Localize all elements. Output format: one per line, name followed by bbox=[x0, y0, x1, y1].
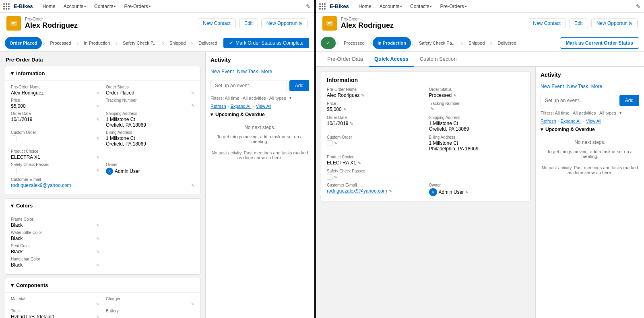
contacts-chevron-icon-right: ▾ bbox=[430, 4, 432, 8]
preorders-chevron-icon-right: ▾ bbox=[465, 4, 467, 8]
new-task-btn-right[interactable]: New Task bbox=[567, 82, 588, 91]
edit-order-status-icon[interactable]: ✎ bbox=[191, 91, 194, 95]
step-processed-right[interactable]: Processed bbox=[339, 34, 369, 52]
step-completed-right[interactable]: ✓ bbox=[321, 34, 336, 52]
activity-panel-left: Activity New Event New Task More Add Fil… bbox=[205, 52, 314, 318]
safety-check-checkbox-left[interactable] bbox=[11, 168, 17, 173]
nav-home-right[interactable]: Home bbox=[355, 4, 375, 9]
edit-order-date-icon[interactable]: ✎ bbox=[96, 117, 99, 122]
new-contact-btn-right[interactable]: New Contact bbox=[528, 18, 566, 28]
edit-order-status-right[interactable]: ✎ bbox=[453, 93, 456, 98]
edit-price-icon[interactable]: ✎ bbox=[96, 104, 99, 109]
step-processed-left[interactable]: Processed bbox=[45, 34, 76, 52]
tab-preorder-data[interactable]: Pre-Order Data bbox=[322, 52, 369, 67]
edit-material-icon[interactable]: ✎ bbox=[96, 302, 99, 306]
record-title-area-right: Pre-Order Alex Rodriguez bbox=[341, 17, 394, 30]
add-event-btn-right[interactable]: Add bbox=[619, 95, 639, 106]
edit-custom-order-right[interactable]: ✎ bbox=[334, 141, 337, 146]
refresh-link-right[interactable]: Refresh bbox=[541, 119, 556, 123]
edit-waterbottle-color-icon[interactable]: ✎ bbox=[96, 236, 99, 241]
mark-complete-btn-left[interactable]: ✔ Mark Order Status as Complete bbox=[223, 38, 309, 48]
edit-owner-right[interactable]: ✎ bbox=[465, 190, 469, 195]
edit-btn-right[interactable]: Edit bbox=[569, 18, 588, 28]
event-input-left[interactable] bbox=[211, 80, 287, 91]
nav-accounts-right[interactable]: Accounts ▾ bbox=[376, 4, 405, 9]
new-event-btn-left[interactable]: New Event bbox=[211, 67, 234, 76]
information-header-left[interactable]: ▾ Information bbox=[5, 66, 200, 81]
components-header-left[interactable]: ▾ Components bbox=[5, 278, 200, 293]
view-all-link-right[interactable]: View All bbox=[586, 119, 601, 123]
filters-row-left: Filters: All time · All activities · All… bbox=[211, 95, 309, 101]
refresh-link-left[interactable]: Refresh bbox=[211, 104, 226, 109]
edit-tires-icon[interactable]: ✎ bbox=[96, 315, 99, 318]
edit-email-right[interactable]: ✎ bbox=[389, 189, 392, 193]
edit-price-right[interactable]: ✎ bbox=[343, 107, 347, 112]
app-launcher-icon[interactable] bbox=[3, 3, 10, 10]
new-contact-btn-left[interactable]: New Contact bbox=[198, 18, 236, 28]
right-nav: E-Bikes Home Accounts ▾ Contacts ▾ Pre-O… bbox=[316, 0, 644, 13]
email-link-right[interactable]: rodriguezalex9@yahoo.com bbox=[327, 188, 387, 194]
step-delivered-left[interactable]: Delivered bbox=[194, 34, 222, 52]
safety-check-checkbox-right[interactable] bbox=[327, 174, 332, 180]
step-delivered-right[interactable]: Delivered bbox=[493, 34, 521, 52]
edit-seat-color-icon[interactable]: ✎ bbox=[96, 250, 99, 254]
field-order-date-left: Order Date 10/1/2019 ✎ bbox=[11, 111, 99, 128]
step-in-production-left[interactable]: In Production bbox=[79, 34, 115, 52]
nav-preorders-left[interactable]: Pre-Orders ▾ bbox=[121, 4, 154, 9]
edit-preorder-name-right[interactable]: ✎ bbox=[361, 93, 364, 98]
nav-accounts-left[interactable]: Accounts ▾ bbox=[60, 4, 89, 9]
edit-preorder-name-icon[interactable]: ✎ bbox=[96, 91, 99, 95]
nav-contacts-right[interactable]: Contacts ▾ bbox=[407, 4, 435, 9]
edit-tracking-right[interactable]: ✎ bbox=[431, 107, 434, 111]
new-task-btn-left[interactable]: New Task bbox=[237, 67, 258, 76]
new-event-btn-right[interactable]: New Event bbox=[541, 82, 564, 91]
app-launcher-icon-right[interactable] bbox=[319, 3, 326, 10]
event-input-right[interactable] bbox=[541, 95, 617, 106]
data-section-right: Information Pre-Order Name Alex Rodrigue… bbox=[316, 67, 535, 318]
step-in-production-right[interactable]: In Production bbox=[373, 34, 411, 52]
view-all-link-left[interactable]: View All bbox=[256, 104, 271, 109]
more-btn-right[interactable]: More bbox=[591, 82, 602, 91]
field-product-choice-left: Product Choice ELECTRA X1 ✎ bbox=[11, 149, 99, 160]
email-link-left[interactable]: rodriguezalex9@yahoo.com bbox=[11, 183, 71, 188]
nav-edit-icon-left[interactable]: ✎ bbox=[306, 3, 311, 10]
custom-order-checkbox-left[interactable] bbox=[11, 135, 17, 141]
edit-handlebar-color-icon[interactable]: ✎ bbox=[96, 263, 99, 267]
step-shipped-right[interactable]: Shipped bbox=[464, 34, 489, 52]
edit-order-date-right[interactable]: ✎ bbox=[350, 121, 353, 126]
left-panel: E-Bikes Home Accounts ▾ Contacts ▾ Pre-O… bbox=[0, 0, 314, 318]
nav-preorders-right[interactable]: Pre-Orders ▾ bbox=[437, 4, 470, 9]
new-opportunity-btn-right[interactable]: New Opportunity bbox=[591, 18, 638, 28]
edit-product-choice-right[interactable]: ✎ bbox=[358, 161, 361, 165]
edit-tracking-icon[interactable]: ✎ bbox=[191, 103, 194, 108]
edit-product-choice-icon[interactable]: ✎ bbox=[96, 155, 99, 160]
step-safety-right[interactable]: Safety Check Pa... bbox=[414, 34, 460, 52]
custom-order-checkbox-right[interactable] bbox=[327, 140, 332, 146]
upcoming-header-right[interactable]: ▾ Upcoming & Overdue bbox=[541, 127, 639, 132]
step-safety-left[interactable]: Safety Check P... bbox=[118, 34, 161, 52]
expand-all-link-left[interactable]: Expand All bbox=[231, 104, 252, 109]
colors-header-left[interactable]: ▾ Colors bbox=[5, 199, 200, 213]
edit-safety-check-icon[interactable]: ✎ bbox=[96, 168, 99, 173]
tab-quick-access[interactable]: Quick Access bbox=[369, 52, 414, 67]
mark-current-btn-right[interactable]: Mark as Current Order Status bbox=[560, 37, 639, 49]
step-order-placed[interactable]: Order Placed bbox=[5, 34, 42, 52]
edit-safety-check-right[interactable]: ✎ bbox=[334, 175, 337, 179]
edit-frame-color-icon[interactable]: ✎ bbox=[96, 223, 99, 228]
more-btn-left[interactable]: More bbox=[261, 67, 272, 76]
add-event-btn-left[interactable]: Add bbox=[289, 80, 309, 91]
tab-custom-section[interactable]: Custom Section bbox=[414, 52, 462, 67]
nav-edit-icon-right[interactable]: ✎ bbox=[636, 3, 641, 10]
step-shipped-left[interactable]: Shipped bbox=[165, 34, 190, 52]
expand-all-link-right[interactable]: Expand All bbox=[561, 119, 582, 123]
edit-charger-icon[interactable]: ✎ bbox=[191, 302, 194, 306]
info-field-custom-order: Custom Order ✎ bbox=[327, 135, 423, 152]
nav-contacts-left[interactable]: Contacts ▾ bbox=[91, 4, 119, 9]
edit-email-icon[interactable]: ✎ bbox=[191, 183, 194, 188]
nav-home-left[interactable]: Home bbox=[39, 4, 59, 9]
edit-custom-order-icon[interactable]: ✎ bbox=[96, 136, 99, 141]
upcoming-header-left[interactable]: ▾ Upcoming & Overdue bbox=[211, 112, 309, 117]
new-opportunity-btn-left[interactable]: New Opportunity bbox=[261, 18, 308, 28]
edit-btn-left[interactable]: Edit bbox=[239, 18, 258, 28]
info-field-tracking: Tracking Number ✎ bbox=[429, 101, 525, 112]
